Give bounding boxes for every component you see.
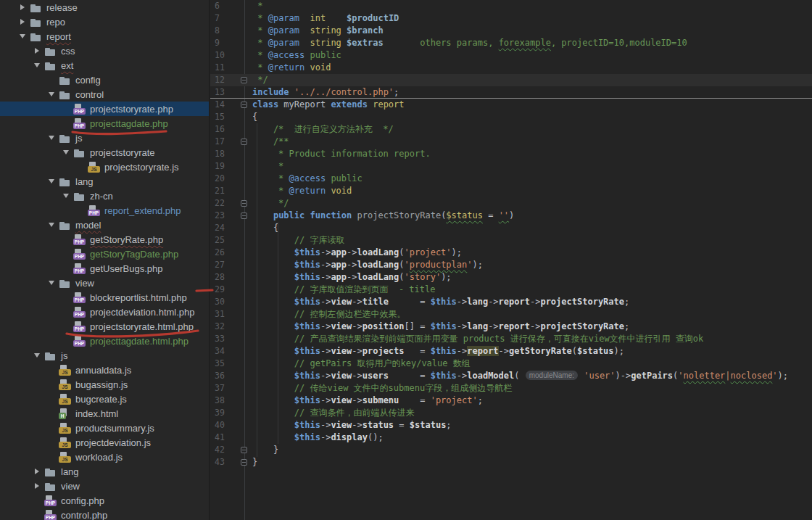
code-line-8[interactable]: 8 * @param string $branch: [210, 25, 812, 37]
code-line-19[interactable]: 19 *: [210, 160, 812, 173]
chevron-down-icon[interactable]: [33, 61, 41, 70]
chevron-down-icon[interactable]: [47, 90, 56, 99]
tree-folder-ext[interactable]: ext: [0, 58, 209, 73]
code-line-11[interactable]: 11 * @return void: [210, 62, 812, 74]
chevron-down-icon[interactable]: [62, 148, 70, 157]
tree-file-bugassign.js[interactable]: JSbugassign.js: [0, 377, 209, 392]
line-number[interactable]: 36: [210, 370, 236, 382]
fold-end-icon[interactable]: [241, 447, 247, 453]
code-line-10[interactable]: 10 * @access public: [210, 49, 812, 62]
code-line-33[interactable]: 33 // 产品查询结果渲染到前端页面并用变量 products 进行保存，可直…: [210, 333, 812, 345]
line-number[interactable]: 42: [210, 444, 236, 456]
tree-folder-view[interactable]: view: [0, 479, 209, 493]
tree-file-projectdeviation.html.php[interactable]: PHPprojectdeviation.html.php: [0, 305, 209, 319]
tree-folder-report[interactable]: report: [0, 29, 209, 44]
tree-file-index.html[interactable]: Hindex.html: [0, 406, 209, 421]
code-line-42[interactable]: 42 }: [210, 444, 812, 456]
code-line-36[interactable]: 36 $this->view->users = $this->loadModel…: [210, 370, 812, 382]
code-line-40[interactable]: 40 $this->view->status = $status;: [210, 419, 812, 432]
tree-file-annualdata.js[interactable]: JSannualdata.js: [0, 363, 209, 377]
fold-collapse-icon[interactable]: [241, 212, 247, 219]
fold-end-icon[interactable]: [241, 200, 247, 207]
chevron-down-icon[interactable]: [18, 32, 27, 41]
line-number[interactable]: 34: [210, 345, 236, 358]
line-number[interactable]: 29: [210, 284, 236, 296]
tree-file-report_extend.php[interactable]: PHPreport_extend.php: [0, 203, 209, 218]
chevron-right-icon[interactable]: [18, 3, 27, 12]
line-number[interactable]: 15: [210, 111, 236, 123]
tree-file-getStoryTagDate.php[interactable]: PHPgetStoryTagDate.php: [0, 247, 209, 261]
code-line-18[interactable]: 18 * Product information report.: [210, 148, 812, 160]
line-number[interactable]: 27: [210, 259, 236, 271]
line-number[interactable]: 7: [210, 12, 236, 25]
code-line-26[interactable]: 26 $this->app->loadLang('project');: [210, 247, 812, 259]
code-line-24[interactable]: 24 {: [210, 222, 812, 234]
fold-collapse-icon[interactable]: [241, 139, 247, 145]
chevron-right-icon[interactable]: [33, 46, 41, 55]
tree-folder-view[interactable]: view: [0, 276, 209, 290]
tree-folder-zh-cn[interactable]: zh-cn: [0, 189, 209, 203]
line-number[interactable]: 13: [210, 86, 236, 99]
line-number[interactable]: 8: [210, 25, 236, 37]
chevron-down-icon[interactable]: [47, 133, 56, 142]
fold-end-icon[interactable]: [241, 77, 247, 83]
code-line-16[interactable]: 16 /* 进行自定义方法补充 */: [210, 123, 812, 136]
tree-file-bugcreate.js[interactable]: JSbugcreate.js: [0, 392, 209, 406]
tree-file-projectstoryrate.php[interactable]: PHPprojectstoryrate.php: [0, 102, 209, 116]
line-number[interactable]: 16: [210, 123, 236, 136]
tree-file-control.php[interactable]: PHPcontrol.php: [0, 508, 209, 520]
line-number[interactable]: 12: [210, 74, 236, 86]
chevron-right-icon[interactable]: [33, 482, 41, 490]
tree-folder-js[interactable]: js: [0, 348, 209, 363]
line-number[interactable]: 31: [210, 308, 236, 321]
tree-folder-model[interactable]: model: [0, 218, 209, 232]
tree-file-projectstoryrate.html.php[interactable]: PHPprojectstoryrate.html.php: [0, 319, 209, 334]
chevron-down-icon[interactable]: [62, 191, 70, 200]
tree-file-getStoryRate.php[interactable]: PHPgetStoryRate.php: [0, 232, 209, 247]
chevron-down-icon[interactable]: [33, 351, 41, 360]
fold-end-icon[interactable]: [241, 459, 247, 466]
line-number[interactable]: 38: [210, 395, 236, 407]
tree-folder-config[interactable]: config: [0, 73, 209, 87]
code-line-20[interactable]: 20 * @access public: [210, 173, 812, 185]
line-number[interactable]: 41: [210, 432, 236, 444]
code-line-29[interactable]: 29 // 字库取值渲染到页面 - title: [210, 284, 812, 296]
code-line-13[interactable]: 13include '../../control.php';: [210, 86, 812, 99]
code-line-34[interactable]: 34 $this->view->projects = $this->report…: [210, 345, 812, 358]
tree-folder-lang[interactable]: lang: [0, 464, 209, 479]
tree-folder-control[interactable]: control: [0, 87, 209, 102]
line-number[interactable]: 28: [210, 271, 236, 284]
tree-file-projectstoryrate.js[interactable]: JSprojectstoryrate.js: [0, 160, 209, 174]
tree-file-projecttagdate.php[interactable]: PHPprojecttagdate.php: [0, 116, 209, 131]
line-number[interactable]: 20: [210, 173, 236, 185]
line-number[interactable]: 9: [210, 37, 236, 49]
code-editor[interactable]: 6 *7 * @param int $productID8 * @param s…: [210, 0, 812, 520]
code-line-9[interactable]: 9 * @param string $extras others params,…: [210, 37, 812, 49]
line-number[interactable]: 26: [210, 247, 236, 259]
code-line-15[interactable]: 15{: [210, 111, 812, 123]
line-number[interactable]: 39: [210, 407, 236, 419]
code-line-7[interactable]: 7 * @param int $productID: [210, 12, 812, 25]
chevron-down-icon[interactable]: [47, 278, 56, 287]
line-number[interactable]: 25: [210, 234, 236, 247]
line-number[interactable]: 24: [210, 222, 236, 234]
line-number[interactable]: 32: [210, 321, 236, 333]
line-number[interactable]: 30: [210, 296, 236, 308]
code-line-38[interactable]: 38 $this->view->submenu = 'project';: [210, 395, 812, 407]
line-number[interactable]: 37: [210, 382, 236, 395]
code-line-43[interactable]: 43}: [210, 456, 812, 469]
fold-collapse-icon[interactable]: [241, 102, 247, 108]
line-number[interactable]: 18: [210, 148, 236, 160]
line-number[interactable]: 43: [210, 456, 236, 469]
tree-file-projecttagdate.html.php[interactable]: PHPprojecttagdate.html.php: [0, 334, 209, 348]
tree-file-productsummary.js[interactable]: JSproductsummary.js: [0, 421, 209, 435]
line-number[interactable]: 14: [210, 99, 236, 111]
line-number[interactable]: 35: [210, 358, 236, 370]
line-number[interactable]: 33: [210, 333, 236, 345]
tree-file-blockreportlist.html.php[interactable]: PHPblockreportlist.html.php: [0, 290, 209, 305]
tree-folder-release[interactable]: release: [0, 0, 209, 15]
tree-folder-lang[interactable]: lang: [0, 174, 209, 189]
line-number[interactable]: 17: [210, 136, 236, 148]
code-line-31[interactable]: 31 // 控制左侧边栏选中效果。: [210, 308, 812, 321]
line-number[interactable]: 22: [210, 197, 236, 210]
